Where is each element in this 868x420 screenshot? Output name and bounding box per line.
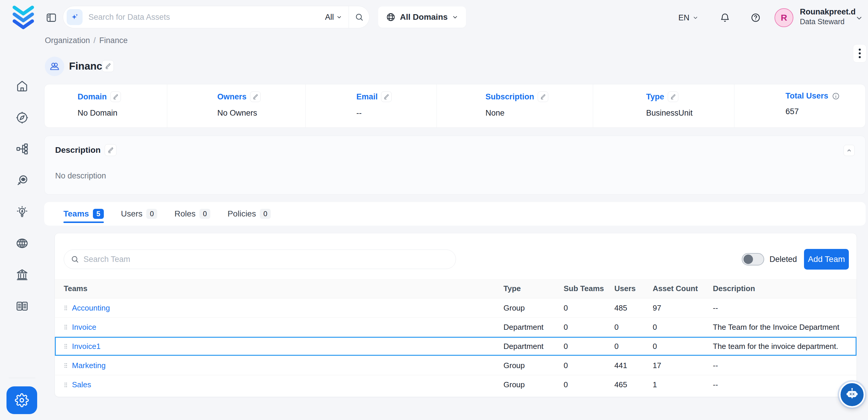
sidebar-toggle-icon[interactable] [45,12,57,24]
add-team-button[interactable]: Add Team [804,249,849,270]
user-menu[interactable]: Rounakpreet.d Data Steward [800,7,856,26]
sidebar-item-govern[interactable] [14,267,30,282]
edit-title-button[interactable] [102,60,114,72]
edit-email-button[interactable] [381,91,392,102]
edit-domain-button[interactable] [110,91,121,102]
column-header-description: Description [713,284,857,293]
sidebar-item-settings-active[interactable] [6,386,37,414]
domains-selector-value: All Domains [400,12,448,22]
user-avatar[interactable]: R [775,8,794,27]
description-card: Description No description [44,136,866,195]
tabs-bar: Teams 5 Users 0 Roles 0 Policies 0 [44,202,866,226]
help-button[interactable] [750,0,761,35]
tab-users[interactable]: Users 0 [121,202,157,226]
table-row-sales: SalesGroup04651-- [55,375,857,394]
team-link-sales[interactable]: Sales [72,380,91,389]
field-label: Subscription [486,92,534,101]
edit-pencil-icon [105,63,111,69]
cell-type: Group [503,380,564,389]
sidebar-item-data-flow[interactable] [14,141,30,157]
sidebar-item-domains[interactable] [14,236,30,251]
search-scope-value: All [325,13,334,22]
language-value: EN [678,13,689,22]
domains-selector[interactable]: All Domains [378,6,466,28]
sidebar-item-glossary[interactable] [14,299,30,314]
manage-menu-button[interactable] [853,44,867,63]
tab-roles[interactable]: Roles 0 [174,202,210,226]
tab-label: Roles [174,209,195,218]
team-search-input[interactable] [84,255,449,264]
search-icon [70,255,79,264]
edit-subscription-button[interactable] [538,91,548,102]
drag-handle-icon[interactable] [64,382,68,388]
cell-description: -- [713,303,857,313]
deleted-toggle[interactable] [742,253,764,266]
cell-users: 441 [614,361,653,370]
app-logo-icon[interactable] [11,3,36,31]
drag-handle-icon[interactable] [64,324,68,330]
drag-handle-icon[interactable] [64,343,68,350]
help-icon [750,12,761,23]
sidebar-divider [9,378,35,378]
search-icon [354,12,364,22]
team-search-field [64,249,456,269]
sidebar-item-explore[interactable] [14,110,30,125]
chevron-down-icon [452,14,458,20]
edit-pencil-icon [107,147,114,153]
edit-description-button[interactable] [105,144,117,156]
cell-type: Department [503,342,564,351]
column-header-sub-teams: Sub Teams [564,284,614,293]
gear-icon [15,393,29,407]
cell-asset-count: 17 [653,361,713,370]
breadcrumb: Organization / Finance [45,36,128,45]
chevron-down-icon [692,15,699,21]
team-link-invoice1[interactable]: Invoice1 [72,342,100,351]
search-scope-dropdown[interactable]: All [325,13,349,22]
table-row-marketing: MarketingGroup044117-- [55,356,857,375]
collapse-description-button[interactable] [843,145,855,156]
tab-policies[interactable]: Policies 0 [227,202,271,226]
lightbulb-icon [16,205,29,218]
breadcrumb-organization[interactable]: Organization [45,36,90,45]
language-selector[interactable]: EN [678,0,699,35]
edit-pencil-icon [113,94,119,100]
bank-icon [16,268,29,281]
user-menu-chevron[interactable] [855,14,863,22]
chat-bot-button[interactable] [839,382,865,408]
field-label: Total Users [785,91,828,100]
cell-users: 485 [614,303,653,313]
team-link-accounting[interactable]: Accounting [72,303,110,313]
cell-description: -- [713,361,857,370]
breadcrumb-finance: Finance [99,36,128,45]
drag-handle-icon[interactable] [64,362,68,369]
sidebar-item-home[interactable] [14,79,30,94]
field-label: Type [646,92,664,101]
tab-teams[interactable]: Teams 5 [63,202,104,226]
tab-label: Teams [63,209,89,218]
field-label: Owners [217,92,247,101]
search-input[interactable] [83,13,325,22]
ai-sparkle-icon[interactable] [67,9,83,25]
sidebar-item-observability[interactable] [14,173,30,188]
left-sidebar [0,35,44,420]
cell-asset-count: 1 [653,380,713,389]
drag-handle-icon[interactable] [64,305,68,311]
team-link-invoice[interactable]: Invoice [72,323,96,332]
notifications-button[interactable] [720,0,730,35]
robot-icon [844,387,860,402]
home-icon [16,79,29,93]
edit-type-button[interactable] [668,91,678,102]
teams-panel: Deleted Add Team TeamsTypeSub TeamsUsers… [55,233,857,397]
cell-sub-teams: 0 [564,342,614,351]
edit-pencil-icon [383,94,389,100]
edit-owners-button[interactable] [250,91,261,102]
search-submit-button[interactable] [349,6,369,28]
chevron-down-icon [855,14,863,22]
cell-type: Group [503,303,564,313]
sidebar-item-insights[interactable] [14,204,30,219]
bell-icon [720,12,730,23]
global-search-bar: All [63,6,370,28]
edit-pencil-icon [252,94,258,100]
chevron-down-icon [336,14,342,20]
team-link-marketing[interactable]: Marketing [72,361,105,370]
